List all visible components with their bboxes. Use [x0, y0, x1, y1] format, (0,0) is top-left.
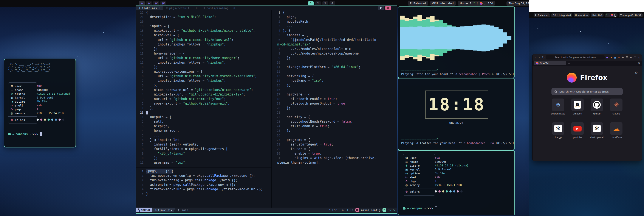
new-tab-button[interactable]: +	[568, 61, 570, 65]
code-text: inputs.nixpkgs.follows = "nixpkgs";	[146, 79, 226, 83]
color-dot	[58, 119, 61, 121]
url-bar[interactable]: Search with Google or enter address	[546, 55, 604, 60]
terminal-window-left[interactable]: /\ /7 ___ __/7 ==\ \/7==7 / / \ \/ / \ \…	[4, 59, 76, 147]
maximize-icon[interactable]: □	[634, 56, 636, 59]
editor-pane-hosts[interactable]: 1{1 pkgs,2 modulesPath,3 ...4}: {5 impor…	[273, 10, 396, 207]
code-text: nixpkgs-f2k.url = "github:moni-dz/nixpkg…	[146, 92, 245, 97]
fetch-label: kernel	[15, 96, 25, 99]
network-icon[interactable]: ᛉ	[473, 2, 475, 5]
cava-visualizer-panel[interactable]: =====================> Playing: ffee for…	[398, 7, 515, 78]
tab-list-chevron-icon[interactable]: ∨	[638, 61, 640, 65]
line-number: 3	[136, 183, 146, 187]
minimize-icon[interactable]: ─	[629, 56, 632, 59]
back-icon[interactable]: ‹	[534, 56, 536, 59]
extension-icon-3[interactable]: ▣	[614, 56, 616, 59]
fastfetch-panel[interactable]: ☻user☰hname❄distro▣kernel◔uptime⊳shell✿p…	[398, 150, 515, 215]
code-text: };	[146, 83, 158, 88]
workspace-pill-2[interactable]: 2	[315, 1, 321, 6]
tab-label: pkgs/default...	[169, 7, 194, 10]
line-number: 2	[136, 101, 146, 106]
tab-hosts/isoImag..[interactable]: ❄hosts/isoImag..×	[201, 6, 238, 10]
fastfetch-output: ☻user☰hname❄distro▣kernel◔uptime⊳shell✿p…	[403, 154, 510, 195]
clock-panel[interactable]: 18:18 08/08/24 =====================> Pl…	[398, 78, 515, 150]
bluetooth-icon[interactable]: ᛒ	[608, 14, 610, 16]
fetch-label: distro	[410, 164, 420, 167]
firefox-navbar: ‹ › ↻ Search with Google or enter addres…	[532, 54, 642, 61]
extension-icon-4[interactable]: ✦	[618, 56, 620, 59]
extensions-puzzle-icon[interactable]: ❖	[622, 56, 624, 59]
code-line: 7 ../../modules/nixos/default.nix	[273, 47, 396, 51]
code-line: 21 description = "tux's NixOS Flake";	[136, 15, 271, 20]
shortcut-tile-claude[interactable]: ✳	[610, 99, 622, 111]
editor-window-buttons: ◐ ×	[378, 6, 391, 10]
tab-close-icon[interactable]: ×	[159, 7, 160, 10]
tab-flake.nix[interactable]: ❄flake.nix×	[136, 6, 163, 10]
color-dot	[446, 190, 448, 192]
shortcut-tile-chat.openai[interactable]: ✻	[590, 122, 603, 135]
forward-icon[interactable]: ›	[538, 56, 541, 59]
menu-hamburger-icon[interactable]: ☰	[626, 56, 628, 59]
line-number: 22	[136, 10, 146, 15]
shell-prompt[interactable]: →canopus~>>>	[8, 132, 42, 136]
firefox-icon[interactable]	[611, 14, 613, 16]
close-icon[interactable]: ×	[638, 56, 640, 59]
code-line: 5}	[136, 192, 271, 196]
workspace-pill-3[interactable]: 3	[322, 1, 328, 6]
code-line: 25 };	[273, 128, 396, 133]
line-number: 1	[136, 173, 146, 178]
code-line: 11 inputs.nixpkgs.follows = "nixpkgs";	[136, 60, 271, 65]
code-text: ../../modules/nixos/default.nix	[283, 47, 351, 51]
refresh-icon[interactable]: ↻	[542, 56, 545, 59]
code-line: 14 hostName = "iso";	[273, 79, 396, 83]
statusline: ▚ NORMAL ❄ flake.nix main ⚙ LSP ~ null-l…	[136, 207, 397, 212]
reader-toggle-button[interactable]: ◐	[378, 6, 384, 10]
fetch-row-memory: ◍memory	[10, 111, 35, 115]
line-number: 1	[136, 106, 146, 110]
shortcut-tile-chatgpt[interactable]: ✻	[552, 122, 564, 135]
workspace-pill-4[interactable]: 4	[330, 1, 335, 6]
line-number: 9	[273, 56, 283, 60]
pane-separator-vertical[interactable]	[272, 10, 272, 207]
code-line: 20 };	[273, 106, 396, 110]
tab-close-icon[interactable]: ×	[233, 7, 235, 10]
shell-icon: ⊳	[10, 104, 15, 107]
git-branch-name: main	[182, 208, 188, 212]
line-number: 14	[136, 47, 146, 51]
prompt-chevrons: >>>	[427, 206, 433, 210]
prompt-path: ~	[29, 132, 31, 136]
nix-icon: ❄	[155, 208, 157, 212]
tab-pkgs/default...[interactable]: ❄pkgs/default...×	[164, 6, 200, 10]
firefox-icon[interactable]	[480, 2, 482, 5]
code-line: 9 "x86_64-linux"	[136, 151, 271, 156]
bluetooth-icon[interactable]: ᛒ	[476, 2, 478, 5]
distro-icon: ❄	[405, 164, 410, 167]
editor-pane-pkgs[interactable]: 1{pkgs, ...}: {1 tux-awesome-wm-config =…	[136, 169, 271, 207]
shortcut-tile-github[interactable]	[590, 99, 603, 111]
shortcut-tile-cloudflare[interactable]: ☁	[610, 122, 622, 135]
phone-icon[interactable]	[484, 2, 486, 5]
code-line: 21	[273, 110, 396, 115]
neovim-window[interactable]: ❄flake.nix×❄pkgs/default...×❄hosts/isoIm…	[136, 6, 397, 214]
code-text: tux-awesome-wm-config = pkgs.callPackage…	[146, 173, 255, 178]
shortcut-tile-youtube[interactable]: ▶	[571, 122, 584, 135]
nix-icon: ❄	[204, 7, 205, 10]
tab-new-tab[interactable]: New Tab	[534, 61, 566, 65]
editor-pane-flake[interactable]: 22{21 description = "tux's NixOS Flake";…	[136, 10, 271, 166]
workspace-pill-1[interactable]: 1	[308, 1, 314, 6]
shortcut-tile-amazon[interactable]: a	[571, 99, 584, 111]
close-window-button[interactable]: ×	[385, 6, 391, 10]
phone-icon[interactable]	[614, 14, 616, 17]
extension-icon-2[interactable]: ◗	[610, 56, 612, 59]
firefox-window[interactable]: ‹ › ↻ Search with Google or enter addres…	[532, 54, 642, 161]
code-line: 3 ...	[273, 24, 396, 29]
extension-icon-1[interactable]: ◆	[606, 56, 608, 59]
code-line: 17 hardware = {	[273, 92, 396, 97]
color-dot	[438, 190, 440, 192]
pane-separator-horizontal[interactable]	[136, 167, 272, 167]
line-number: 29	[273, 147, 283, 151]
network-icon[interactable]: ᛉ	[606, 14, 608, 16]
tab-close-icon[interactable]: ×	[196, 7, 198, 10]
shell-prompt[interactable]: →canopus~>>>	[403, 206, 437, 210]
shortcut-tile-search.nixos[interactable]: ❄	[552, 99, 564, 111]
line-number: 5	[136, 88, 146, 92]
